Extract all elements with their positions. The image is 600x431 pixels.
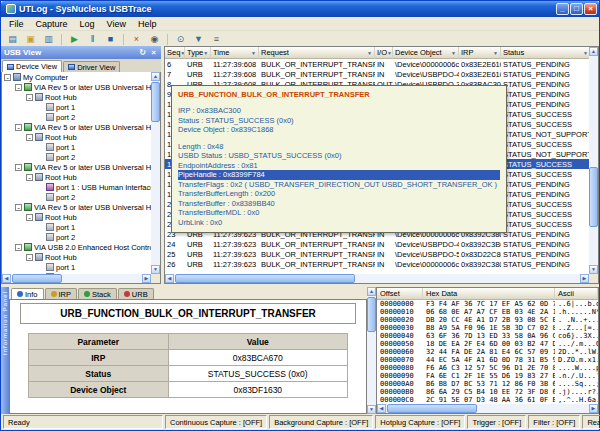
column-header-deviceobject[interactable]: Device Object▼: [393, 47, 459, 59]
column-header-time[interactable]: Time▼: [211, 47, 259, 59]
hex-horizontal-scrollbar[interactable]: ◀ ▶: [377, 404, 598, 413]
column-header-type[interactable]: Type▼: [185, 47, 211, 59]
scrollbar-thumb[interactable]: [367, 297, 376, 332]
snapshot-button[interactable]: ◉: [146, 31, 163, 47]
tree-item[interactable]: -Root Hub: [2, 172, 151, 182]
scrollbar-thumb[interactable]: [151, 82, 160, 122]
scroll-up-icon[interactable]: ▲: [589, 47, 598, 56]
table-row[interactable]: 7URB11:27:39:608BULK_OR_INTERRUPT_TRANSF…: [165, 69, 589, 79]
tree-expander-icon[interactable]: -: [26, 214, 33, 221]
scroll-left-icon[interactable]: ◀: [377, 404, 386, 413]
scrollbar-thumb[interactable]: [589, 167, 598, 227]
tree-item[interactable]: -Root Hub: [2, 252, 151, 262]
hex-row[interactable]: 000000B086 6A 29 C5 B4 10 EE 72 3F D8 61…: [377, 388, 598, 396]
tree-expander-icon[interactable]: -: [15, 244, 22, 251]
tree-expander-icon[interactable]: -: [4, 74, 11, 81]
column-header-irp[interactable]: IRP▼: [459, 47, 501, 59]
close-button[interactable]: ×: [584, 3, 597, 15]
tree-expander-icon[interactable]: -: [26, 134, 33, 141]
scroll-down-icon[interactable]: ▼: [151, 265, 160, 274]
table-row[interactable]: 24URB11:27:39:623BULK_OR_INTERRUPT_TRANS…: [165, 239, 589, 249]
minimize-button[interactable]: _: [556, 3, 569, 15]
hex-row[interactable]: 00000080F6 A6 C3 12 57 5C 96 D1 2E 70 85…: [377, 364, 598, 372]
table-row[interactable]: 25URB11:27:39:623BULK_OR_INTERRUPT_TRANS…: [165, 249, 589, 259]
tree-expander-icon[interactable]: -: [15, 164, 22, 171]
tree-expander-icon[interactable]: -: [15, 204, 22, 211]
menu-item-capture[interactable]: Capture: [30, 19, 74, 29]
scroll-left-icon[interactable]: ◀: [165, 274, 174, 283]
hex-row[interactable]: 00000030B8 A9 5A F0 96 1E 5B 3D C7 02 8F…: [377, 324, 598, 332]
menu-item-log[interactable]: Log: [74, 19, 101, 29]
tree-item[interactable]: -Root Hub: [2, 132, 151, 142]
scrollbar-thumb[interactable]: [12, 274, 62, 283]
hex-row[interactable]: 00000000F3 F4 AF 36 7C 17 EF A5 62 0D 71…: [377, 300, 598, 308]
tree-expander-icon[interactable]: -: [26, 94, 33, 101]
scroll-up-icon[interactable]: ▲: [367, 287, 376, 296]
capture-horizontal-scrollbar[interactable]: ◀ ▶: [165, 274, 589, 283]
tree-item[interactable]: port 2: [2, 232, 151, 242]
column-header-io[interactable]: I/O▼: [375, 47, 393, 59]
column-header-request[interactable]: Request▼: [259, 47, 375, 59]
scrollbar-thumb[interactable]: [175, 274, 355, 283]
tree-item[interactable]: -VIA Rev 5 or later USB Universal Host C…: [2, 202, 151, 212]
save-log-button[interactable]: ▥: [40, 31, 57, 47]
hex-row[interactable]: 0000001006 68 0E A7 A7 CF EB 03 4E 2A 11…: [377, 308, 598, 316]
tree-item[interactable]: port 1 : USB Human Interface Device: [2, 182, 151, 192]
hex-vertical-scrollbar[interactable]: ▲ ▼: [367, 287, 376, 414]
tab-stack[interactable]: Stack: [78, 288, 117, 299]
column-header-seq[interactable]: Seq▼: [165, 47, 185, 59]
tab-driver-view[interactable]: Driver View: [63, 61, 120, 72]
capture-vertical-scrollbar[interactable]: ▲ ▼: [589, 47, 598, 274]
hex-row[interactable]: 0000005018 DE EA 2F E4 6D 00 03 B2 47 D1…: [377, 340, 598, 348]
new-log-button[interactable]: ▤: [4, 31, 21, 47]
hex-row[interactable]: 00000020DB 20 CC 4E A1 D7 2B 93 08 5C E4…: [377, 316, 598, 324]
hex-row[interactable]: 000000C02C 91 5E 07 D3 48 AA 36 61 0F BC…: [377, 396, 598, 404]
scroll-right-icon[interactable]: ▶: [142, 274, 151, 283]
hex-row[interactable]: 000000A0B6 B8 D7 BC 53 71 12 86 F0 3B 68…: [377, 380, 598, 388]
tree-item[interactable]: port 1: [2, 142, 151, 152]
menu-item-help[interactable]: Help: [132, 19, 163, 29]
tree-item[interactable]: port 1: [2, 102, 151, 112]
tree-item[interactable]: -Root Hub: [2, 92, 151, 102]
tree-item[interactable]: -My Computer: [2, 72, 151, 82]
scroll-up-icon[interactable]: ▲: [151, 72, 160, 81]
tree-expander-icon[interactable]: -: [26, 254, 33, 261]
filter-button[interactable]: ▼: [190, 31, 207, 47]
open-log-button[interactable]: ▣: [22, 31, 39, 47]
start-capture-button[interactable]: ▶: [66, 31, 83, 47]
menu-item-view[interactable]: View: [101, 19, 132, 29]
find-button[interactable]: ⊙: [172, 31, 189, 47]
table-row[interactable]: 26URB11:27:39:623BULK_OR_INTERRUPT_TRANS…: [165, 259, 589, 269]
tree-item[interactable]: -VIA Rev 5 or later USB Universal Host C…: [2, 82, 151, 92]
table-row[interactable]: 6URB11:27:39:608BULK_OR_INTERRUPT_TRANSF…: [165, 59, 589, 69]
refresh-icon[interactable]: ↻: [138, 48, 147, 57]
hex-row[interactable]: 0000004063 6F 36 7D 13 ED 33 58 0A 96 C4…: [377, 332, 598, 340]
tree-vertical-scrollbar[interactable]: ▲ ▼: [151, 72, 160, 274]
scroll-right-icon[interactable]: ▶: [580, 274, 589, 283]
tree-item[interactable]: port 2: [2, 192, 151, 202]
hex-row[interactable]: 0000007044 EC 5A 4F A1 6D 0D 78 31 B5 92…: [377, 356, 598, 364]
menu-item-file[interactable]: File: [3, 19, 30, 29]
tree-item[interactable]: port 1: [2, 262, 151, 272]
scrollbar-thumb[interactable]: [387, 404, 477, 413]
tree-item[interactable]: -VIA USB 2.0 Enhanced Host Controller: [2, 242, 151, 252]
tree-item[interactable]: -Root Hub: [2, 212, 151, 222]
tab-device-view[interactable]: Device View: [2, 60, 62, 72]
scroll-down-icon[interactable]: ▼: [367, 405, 376, 414]
column-header-status[interactable]: Status▼: [501, 47, 589, 59]
scroll-right-icon[interactable]: ▶: [589, 404, 598, 413]
tree-item[interactable]: port 2: [2, 152, 151, 162]
tree-item[interactable]: -VIA Rev 5 or later USB Universal Host C…: [2, 122, 151, 132]
tab-irp[interactable]: IRP: [45, 288, 78, 299]
scroll-left-icon[interactable]: ◀: [2, 274, 11, 283]
scroll-down-icon[interactable]: ▼: [589, 265, 598, 274]
tab-urb[interactable]: URB: [118, 288, 154, 299]
options-button[interactable]: ≡: [208, 31, 225, 47]
tree-expander-icon[interactable]: -: [15, 84, 22, 91]
tree-item[interactable]: port 2: [2, 112, 151, 122]
close-panel-icon[interactable]: ×: [149, 48, 158, 57]
tree-item[interactable]: -VIA Rev 5 or later USB Universal Host C…: [2, 162, 151, 172]
tree-expander-icon[interactable]: -: [26, 174, 33, 181]
hex-row[interactable]: 00000090FA 6E C1 2F 1E 55 D6 19 83 27 B4…: [377, 372, 598, 380]
clear-log-button[interactable]: ×: [128, 31, 145, 47]
